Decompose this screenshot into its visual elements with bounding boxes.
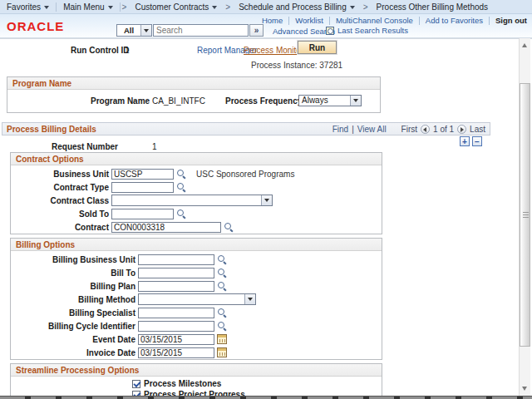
chevron-down-icon <box>353 99 358 105</box>
chevron-down-icon <box>264 199 269 204</box>
bill-to-input[interactable] <box>138 268 214 278</box>
search-input[interactable] <box>153 24 249 37</box>
contract-type-lookup-icon[interactable] <box>176 182 186 192</box>
oracle-logo: ORACLE <box>7 19 64 33</box>
contract-type-label: Contract Type <box>11 183 111 192</box>
process-milestones-checkbox[interactable] <box>132 380 140 388</box>
bill-to-row: Bill To <box>11 266 382 279</box>
request-number-value: 1 <box>152 142 157 151</box>
header: ORACLE Home Worklist MultiChannel Consol… <box>0 14 532 38</box>
breadcrumb: Favorites Main Menu Customer Contracts S… <box>0 0 532 14</box>
add-row-button[interactable]: + <box>460 136 470 146</box>
process-billing-details-bar: Process Billing Details Find | View All … <box>2 122 490 135</box>
last-label: Last <box>470 125 485 134</box>
billing-specialist-input[interactable] <box>138 308 214 318</box>
process-milestones-row: Process Milestones <box>132 378 382 389</box>
breadcrumb-customer-contracts[interactable]: Customer Contracts <box>128 2 224 12</box>
contract-lookup-icon[interactable] <box>224 222 234 232</box>
contract-class-select[interactable] <box>111 195 273 206</box>
sold-to-row: Sold To <box>11 207 382 220</box>
program-name-label: Program Name <box>91 96 150 106</box>
billing-business-unit-input[interactable] <box>138 254 214 265</box>
crumb-label: Schedule and Process Billing <box>239 2 347 12</box>
separator: | <box>352 125 354 134</box>
scroll-down-icon[interactable] <box>522 387 527 393</box>
chevron-down-icon <box>350 6 355 12</box>
sign-out-link[interactable]: Sign out <box>490 16 527 25</box>
business-unit-input[interactable] <box>111 169 174 180</box>
row-action-buttons: + − <box>460 136 482 146</box>
run-control-id-label: Run Control ID <box>71 46 130 55</box>
last-search-results: Last Search Results <box>326 26 408 35</box>
scrollbar-grip <box>523 212 529 219</box>
nav-multichannel-console-link[interactable]: MultiChannel Console <box>330 16 419 25</box>
delete-row-button[interactable]: − <box>472 136 482 146</box>
contract-type-input[interactable] <box>111 182 174 193</box>
vertical-scrollbar[interactable] <box>519 38 530 396</box>
billing-plan-input[interactable] <box>138 281 214 292</box>
search-go-button[interactable]: » <box>249 24 264 37</box>
view-all-link[interactable]: View All <box>357 125 387 134</box>
contract-row: Contract <box>11 220 382 234</box>
dropdown-arrow-icon[interactable] <box>261 195 272 205</box>
contract-options-groupbox-header: Contract Options <box>11 153 382 165</box>
billing-options-groupbox-header: Billing Options <box>11 239 382 251</box>
invoice-date-label: Invoice Date <box>11 348 138 357</box>
last-search-results-link[interactable]: Last Search Results <box>337 26 408 35</box>
process-monitor-link[interactable]: Process Monitor <box>244 46 303 55</box>
billing-options-body: Billing Business Unit Bill To Billing Pl… <box>11 251 382 359</box>
run-button[interactable]: Run <box>298 41 337 54</box>
scrollbar-thumb[interactable] <box>520 83 530 347</box>
bill-to-lookup-icon[interactable] <box>217 268 227 278</box>
search-scope-value: All <box>117 25 140 36</box>
chevron-down-icon <box>108 6 113 12</box>
contract-options-groupbox: Contract Options Business Unit USC Spons… <box>10 152 382 234</box>
invoice-date-input[interactable] <box>138 347 214 358</box>
program-name-row: Program Name CA_BI_INTFC Process Frequen… <box>7 90 380 112</box>
header-nav: Home Worklist MultiChannel Console Add t… <box>256 16 527 25</box>
breadcrumb-schedule-and-process-billing[interactable]: Schedule and Process Billing <box>232 2 362 12</box>
billing-business-unit-lookup-icon[interactable] <box>217 254 227 264</box>
previous-row-icon[interactable] <box>421 125 430 134</box>
billing-specialist-lookup-icon[interactable] <box>217 308 227 318</box>
billing-method-label: Billing Method <box>11 295 138 304</box>
event-date-row: Event Date <box>11 332 382 346</box>
process-frequency-select[interactable]: Always <box>298 95 362 106</box>
nav-worklist-link[interactable]: Worklist <box>289 16 329 25</box>
program-name-value: CA_BI_INTFC <box>152 96 205 106</box>
next-row-icon[interactable] <box>457 125 466 134</box>
nav-add-to-favorites-link[interactable]: Add to Favorites <box>420 16 489 25</box>
find-link[interactable]: Find <box>332 125 348 134</box>
process-milestones-label: Process Milestones <box>144 379 221 388</box>
contract-input[interactable] <box>111 222 221 233</box>
business-unit-description: USC Sponsored Programs <box>196 170 294 179</box>
billing-plan-lookup-icon[interactable] <box>217 281 227 291</box>
event-date-calendar-icon[interactable] <box>217 334 227 344</box>
billing-method-select[interactable] <box>138 293 256 305</box>
search-scope-select[interactable]: All <box>116 24 152 37</box>
scroll-up-icon[interactable] <box>522 41 527 47</box>
sold-to-lookup-icon[interactable] <box>176 209 186 219</box>
sold-to-input[interactable] <box>111 209 174 219</box>
contract-options-body: Business Unit USC Sponsored Programs Con… <box>11 165 382 234</box>
dropdown-arrow-icon[interactable] <box>244 294 255 304</box>
business-unit-lookup-icon[interactable] <box>176 169 186 179</box>
business-unit-row: Business Unit USC Sponsored Programs <box>11 167 382 180</box>
groupbox-title: Streamline Processing Options <box>16 366 139 375</box>
taskbar-strip <box>0 396 532 399</box>
process-instance: Process Instance: 37281 <box>251 61 342 70</box>
chevron-down-icon <box>248 298 253 303</box>
request-number-label: Request Number <box>52 142 118 151</box>
invoice-date-calendar-icon[interactable] <box>217 347 227 357</box>
billing-plan-label: Billing Plan <box>11 282 138 291</box>
sold-to-label: Sold To <box>11 209 111 219</box>
favorites-menu[interactable]: Favorites <box>0 2 56 12</box>
streamline-processing-groupbox-header: Streamline Processing Options <box>11 364 382 377</box>
billing-cycle-identifier-input[interactable] <box>138 321 214 332</box>
dropdown-arrow-icon[interactable] <box>140 25 151 36</box>
breadcrumb-process-other-billing-methods[interactable]: Process Other Billing Methods <box>370 2 495 12</box>
main-menu[interactable]: Main Menu <box>57 2 119 12</box>
billing-cycle-identifier-lookup-icon[interactable] <box>217 321 227 331</box>
event-date-input[interactable] <box>138 334 214 345</box>
dropdown-arrow-icon[interactable] <box>350 96 361 106</box>
